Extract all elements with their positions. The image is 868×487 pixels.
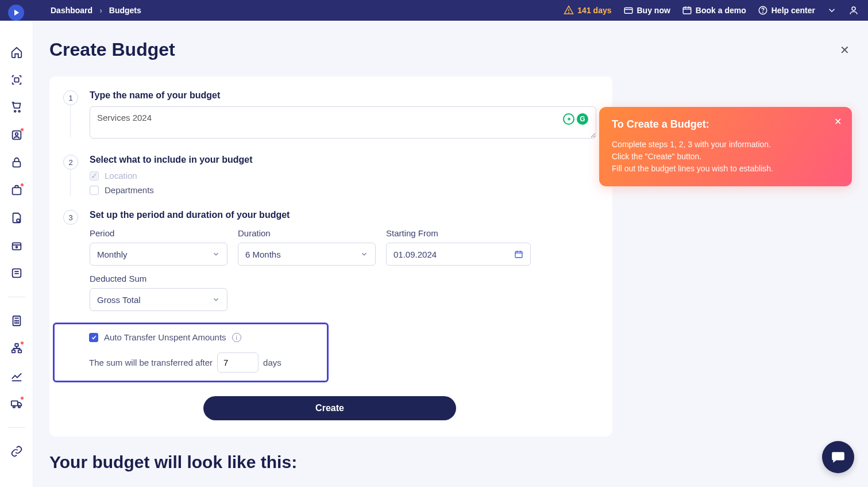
step-3-marker: 3	[63, 210, 78, 225]
tip-close-icon[interactable]: ✕	[834, 116, 842, 127]
chat-bubble[interactable]	[822, 441, 854, 473]
starting-date-input[interactable]: 01.09.2024	[386, 243, 531, 266]
close-icon[interactable]: ✕	[838, 41, 852, 59]
trial-days[interactable]: 141 days	[564, 5, 611, 16]
svg-point-17	[17, 219, 20, 223]
budget-name-input[interactable]	[90, 106, 596, 139]
main-content: Create Budget ✕ 1 Type the name of your …	[33, 21, 868, 487]
tip-title: To Create a Budget:	[612, 118, 839, 131]
package-icon[interactable]	[10, 239, 23, 252]
chevron-down-icon	[212, 250, 220, 258]
breadcrumb: Dashboard › Budgets	[9, 6, 141, 15]
svg-rect-30	[11, 350, 15, 353]
chevron-down-icon	[212, 296, 220, 304]
svg-rect-15	[13, 162, 20, 167]
svg-rect-35	[515, 251, 522, 258]
period-label: Period	[90, 228, 227, 238]
scan-icon[interactable]	[10, 74, 23, 86]
help-center-button[interactable]: Help center	[758, 5, 815, 16]
step-1-title: Type the name of your budget	[90, 90, 596, 101]
buy-now-button[interactable]: Buy now	[623, 5, 670, 16]
chart-icon[interactable]	[10, 370, 23, 382]
stack-icon[interactable]	[10, 267, 23, 279]
location-checkbox: ✓	[90, 171, 99, 181]
grammarly-icon[interactable]: G	[577, 113, 588, 125]
tip-line-1: Complete steps 1, 2, 3 with your informa…	[612, 139, 839, 151]
svg-rect-32	[11, 401, 17, 405]
duration-select[interactable]: 6 Months	[238, 243, 376, 266]
svg-point-27	[16, 323, 17, 323]
extension-icon[interactable]: ✦	[563, 113, 574, 125]
topbar-right: 141 days Buy now Book a demo Help center	[564, 5, 859, 16]
svg-point-1	[569, 12, 569, 13]
svg-point-33	[13, 406, 14, 408]
period-select[interactable]: Monthly	[90, 243, 227, 266]
svg-rect-2	[624, 8, 632, 14]
link-icon[interactable]	[10, 445, 23, 458]
deducted-label: Deducted Sum	[90, 274, 227, 283]
deducted-select[interactable]: Gross Total	[90, 288, 227, 311]
create-button[interactable]: Create	[203, 396, 456, 420]
sidebar	[0, 21, 33, 487]
step-1-marker: 1	[63, 90, 78, 105]
trial-text: 141 days	[577, 6, 611, 15]
create-budget-card: 1 Type the name of your budget ✦ G	[49, 76, 612, 436]
cart-icon[interactable]	[10, 101, 23, 114]
step-2-title: Select what to include in your budget	[90, 155, 596, 165]
calculator-icon[interactable]	[10, 315, 23, 327]
tip-line-3: Fill out the budget lines you wish to es…	[612, 163, 839, 175]
auto-transfer-highlight: Auto Transfer Unspent Amounts i The sum …	[53, 323, 329, 382]
svg-point-11	[14, 110, 16, 112]
chevron-down-icon	[360, 250, 368, 258]
lock-icon[interactable]	[10, 156, 23, 169]
svg-point-26	[14, 323, 15, 323]
tip-line-2: Click the "Create" button.	[612, 151, 839, 163]
svg-rect-29	[15, 344, 18, 347]
departments-label: Departments	[105, 185, 154, 195]
auto-transfer-label: Auto Transfer Unspent Amounts	[104, 332, 226, 342]
auto-transfer-checkbox[interactable]	[89, 333, 98, 342]
breadcrumb-root[interactable]: Dashboard	[51, 6, 92, 15]
starting-label: Starting From	[386, 228, 531, 238]
user-box-icon[interactable]	[10, 129, 23, 141]
calendar-icon	[514, 250, 523, 259]
svg-rect-3	[683, 7, 691, 14]
svg-point-9	[852, 7, 855, 10]
step-2-marker: 2	[63, 155, 78, 170]
step-3-title: Set up the period and duration of your b…	[90, 210, 596, 220]
case-icon[interactable]	[10, 184, 23, 197]
tip-panel: ✕ To Create a Budget: Complete steps 1, …	[599, 107, 852, 186]
svg-point-8	[762, 12, 763, 13]
svg-rect-10	[14, 78, 18, 82]
info-icon[interactable]: i	[232, 333, 241, 342]
top-bar: Dashboard › Budgets 141 days Buy now Boo…	[0, 0, 868, 21]
grammarly-badges: ✦ G	[563, 113, 588, 125]
breadcrumb-sep: ›	[99, 6, 102, 15]
sitemap-icon[interactable]	[10, 342, 23, 355]
transfer-days-input[interactable]	[217, 352, 259, 373]
app-logo[interactable]	[8, 5, 24, 21]
home-icon[interactable]	[10, 46, 23, 59]
svg-rect-31	[18, 350, 21, 353]
transfer-pre-text: The sum will be transferred after	[89, 358, 213, 367]
svg-rect-16	[12, 187, 21, 194]
location-label: Location	[105, 171, 137, 181]
preview-heading: Your budget will look like this:	[49, 453, 852, 472]
svg-point-19	[16, 246, 17, 248]
svg-point-24	[16, 320, 17, 321]
duration-label: Duration	[238, 228, 376, 238]
page-title: Create Budget	[49, 39, 175, 60]
svg-point-25	[18, 320, 18, 321]
truck-icon[interactable]	[10, 397, 23, 410]
departments-checkbox[interactable]	[90, 186, 99, 195]
transfer-post-text: days	[263, 358, 281, 367]
svg-point-28	[18, 323, 18, 323]
svg-point-34	[18, 406, 20, 408]
user-icon[interactable]	[848, 5, 859, 16]
svg-point-14	[15, 133, 18, 136]
book-demo-button[interactable]: Book a demo	[682, 5, 746, 16]
document-icon[interactable]	[10, 212, 23, 224]
breadcrumb-current[interactable]: Budgets	[109, 6, 141, 15]
svg-point-23	[14, 320, 15, 321]
chevron-down-icon[interactable]	[827, 5, 837, 16]
